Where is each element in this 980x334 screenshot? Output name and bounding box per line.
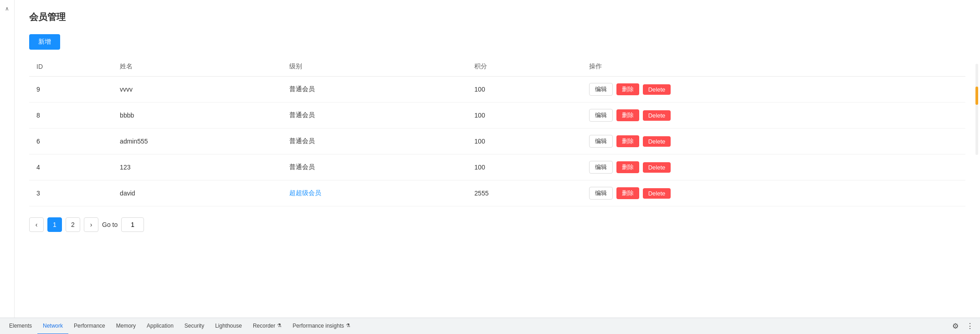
cell-id: 4 [29, 154, 113, 180]
table-body: 9vvvv普通会员100编辑删除Delete8bbbb普通会员100编辑删除De… [29, 77, 965, 206]
cell-points: 100 [467, 128, 581, 154]
cell-level: 普通会员 [282, 128, 467, 154]
toolbar: 新增 [29, 34, 965, 50]
devtools-bar: Elements Network Performance Memory Appl… [0, 318, 980, 334]
cell-points: 100 [467, 154, 581, 180]
cell-actions: 编辑删除Delete [582, 180, 965, 206]
edit-button[interactable]: 编辑 [589, 135, 613, 148]
cell-id: 6 [29, 128, 113, 154]
cell-name: vvvv [113, 77, 282, 103]
cell-level: 普通会员 [282, 103, 467, 128]
cell-actions: 编辑删除Delete [582, 77, 965, 103]
edit-button[interactable]: 编辑 [589, 109, 613, 122]
delete-cn-button[interactable]: 删除 [616, 161, 639, 173]
scroll-thumb [975, 87, 978, 105]
cell-name: 123 [113, 154, 282, 180]
col-header-actions: 操作 [582, 57, 965, 77]
edit-button[interactable]: 编辑 [589, 83, 613, 96]
add-button[interactable]: 新增 [29, 34, 60, 50]
devtools-tab-application[interactable]: Application [141, 318, 179, 334]
pagination-page-1-button[interactable]: 1 [47, 217, 62, 232]
delete-cn-button[interactable]: 删除 [616, 135, 639, 147]
delete-en-button[interactable]: Delete [643, 110, 671, 121]
devtools-tab-performance-insights[interactable]: Performance insights ⚗ [287, 318, 356, 334]
devtools-tab-lighthouse[interactable]: Lighthouse [210, 318, 247, 334]
cell-points: 2555 [467, 180, 581, 206]
recorder-flask-icon: ⚗ [277, 323, 282, 329]
table-row: 9vvvv普通会员100编辑删除Delete [29, 77, 965, 103]
table-row: 8bbbb普通会员100编辑删除Delete [29, 103, 965, 128]
cell-actions: 编辑删除Delete [582, 154, 965, 180]
pagination-next-button[interactable]: › [84, 217, 98, 232]
delete-en-button[interactable]: Delete [643, 162, 671, 173]
delete-en-button[interactable]: Delete [643, 136, 671, 147]
table-row: 3david超超级会员2555编辑删除Delete [29, 180, 965, 206]
devtools-more-button[interactable]: ⋮ [964, 320, 976, 333]
cell-id: 9 [29, 77, 113, 103]
cell-name: bbbb [113, 103, 282, 128]
devtools-right-controls: ⚙ ⋮ [949, 320, 976, 333]
delete-cn-button[interactable]: 删除 [616, 83, 639, 95]
members-table: ID 姓名 级别 积分 操作 9vvvv普通会员100编辑删除Delete8bb… [29, 57, 965, 206]
edit-button[interactable]: 编辑 [589, 187, 613, 200]
cell-id: 3 [29, 180, 113, 206]
cell-points: 100 [467, 103, 581, 128]
cell-level: 普通会员 [282, 77, 467, 103]
page-title: 会员管理 [29, 11, 965, 23]
cell-level: 超超级会员 [282, 180, 467, 206]
scroll-indicator [975, 64, 978, 155]
pagination-page-2-button[interactable]: 2 [66, 217, 80, 232]
devtools-tab-security[interactable]: Security [179, 318, 210, 334]
cell-name: david [113, 180, 282, 206]
devtools-tab-elements[interactable]: Elements [4, 318, 37, 334]
col-header-name: 姓名 [113, 57, 282, 77]
devtools-tab-performance[interactable]: Performance [68, 318, 111, 334]
delete-cn-button[interactable]: 删除 [616, 187, 639, 199]
cell-level: 普通会员 [282, 154, 467, 180]
pagination: ‹ 1 2 › Go to [29, 217, 965, 232]
cell-actions: 编辑删除Delete [582, 103, 965, 128]
delete-en-button[interactable]: Delete [643, 188, 671, 199]
sidebar-toggle-button[interactable]: ∧ [3, 4, 11, 14]
delete-en-button[interactable]: Delete [643, 84, 671, 95]
goto-label: Go to [102, 221, 118, 228]
delete-cn-button[interactable]: 删除 [616, 109, 639, 121]
cell-points: 100 [467, 77, 581, 103]
table-row: 4123普通会员100编辑删除Delete [29, 154, 965, 180]
goto-input[interactable] [121, 217, 144, 232]
devtools-tab-memory[interactable]: Memory [111, 318, 141, 334]
table-row: 6admin555普通会员100编辑删除Delete [29, 128, 965, 154]
performance-insights-flask-icon: ⚗ [346, 323, 350, 329]
devtools-settings-button[interactable]: ⚙ [949, 320, 962, 333]
col-header-level: 级别 [282, 57, 467, 77]
cell-actions: 编辑删除Delete [582, 128, 965, 154]
devtools-tab-network[interactable]: Network [37, 318, 68, 334]
col-header-id: ID [29, 57, 113, 77]
edit-button[interactable]: 编辑 [589, 161, 613, 174]
cell-name: admin555 [113, 128, 282, 154]
cell-id: 8 [29, 103, 113, 128]
pagination-prev-button[interactable]: ‹ [29, 217, 44, 232]
col-header-points: 积分 [467, 57, 581, 77]
main-content: 会员管理 新增 ID 姓名 级别 积分 操作 9vvvv普通会员100编辑删除D… [15, 0, 980, 318]
table-header: ID 姓名 级别 积分 操作 [29, 57, 965, 77]
devtools-tab-recorder[interactable]: Recorder ⚗ [247, 318, 287, 334]
